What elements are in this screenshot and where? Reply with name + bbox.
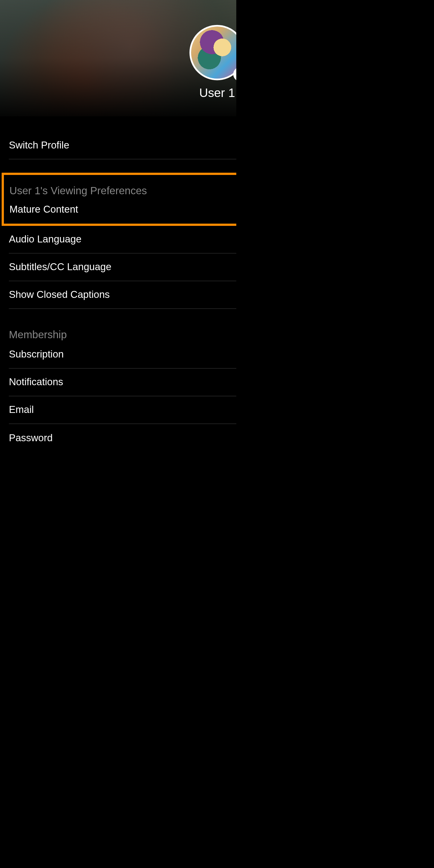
notifications-row[interactable]: Notifications [9, 369, 236, 396]
subscription-label: Subscription [9, 349, 64, 361]
membership-header: Membership [9, 322, 236, 341]
switch-profile-row[interactable]: Switch Profile [9, 132, 236, 159]
switch-profile-label: Switch Profile [9, 140, 69, 151]
closed-captions-label: Show Closed Captions [9, 289, 110, 301]
mature-content-row[interactable]: Mature Content [9, 197, 236, 221]
subtitles-language-row[interactable]: Subtitles/CC Language English [9, 254, 236, 281]
email-label: Email [9, 404, 34, 416]
notifications-label: Notifications [9, 376, 63, 388]
subtitles-language-label: Subtitles/CC Language [9, 261, 111, 273]
viewing-preferences-header: User 1's Viewing Preferences [9, 178, 236, 197]
mature-content-label: Mature Content [9, 203, 78, 215]
password-row[interactable]: Password [9, 424, 236, 452]
avatar-container[interactable] [190, 25, 236, 81]
subscription-row[interactable]: Subscription Mega Fan [9, 341, 236, 369]
email-row[interactable]: Email [9, 396, 236, 424]
audio-language-label: Audio Language [9, 234, 81, 245]
closed-captions-row[interactable]: Show Closed Captions [9, 281, 236, 309]
viewing-preferences-highlight: User 1's Viewing Preferences Mature Cont… [2, 173, 236, 225]
audio-language-row[interactable]: Audio Language Japanese [9, 226, 236, 254]
password-label: Password [9, 432, 53, 444]
profile-avatar [190, 25, 236, 81]
profile-username: User 1 [199, 86, 235, 100]
profile-banner: User 1 [0, 0, 236, 116]
